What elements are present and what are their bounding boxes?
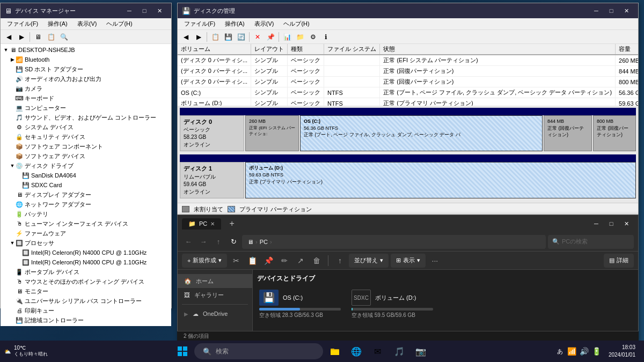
battery-taskbar-icon[interactable]: 🔋 — [592, 347, 601, 356]
tree-cpu1[interactable]: ▶ 🔲 Intel(R) Celeron(R) N4000 CPU @ 1.10… — [1, 248, 171, 257]
fe-cut[interactable]: ✂ — [229, 254, 243, 268]
table-row[interactable]: (ディスク 0 パーティシ...シンプルベーシック正常 (回復パーティション)8… — [178, 66, 638, 77]
menu-action[interactable]: 操作(A) — [43, 19, 72, 29]
tree-disk[interactable]: ▼ 💿 ディスク ドライブ — [1, 161, 171, 171]
tree-root[interactable]: ▼ 🖥 DESKTOP-NSH5EJB — [1, 45, 171, 55]
taskbar-explorer[interactable] — [325, 342, 345, 361]
fe-refresh[interactable]: ↻ — [227, 235, 240, 248]
dm-menu-file[interactable]: ファイル(F) — [180, 19, 219, 29]
forward-button[interactable]: ▶ — [16, 31, 27, 43]
fe-search[interactable]: 🔍 PCの検索 — [548, 235, 634, 249]
dm-menu-help[interactable]: ヘルプ(H) — [279, 19, 313, 29]
fe-new-tab[interactable]: + — [225, 217, 238, 230]
fe-new-button[interactable]: + 新規作成 ▾ — [182, 254, 227, 268]
disk0-part1[interactable]: 260 MB 正常 (EFI システム パーティショ: — [245, 115, 299, 151]
tree-audio[interactable]: ▶ 🔊 オーディオの入力および出力 — [1, 74, 171, 84]
fe-tab-close[interactable]: ✕ — [210, 221, 215, 227]
fe-tab-pc[interactable]: 📁 PC ✕ — [182, 218, 221, 230]
tree-network[interactable]: ▶ 🌐 ネットワーク アダプター — [1, 200, 171, 209]
sound-taskbar-icon[interactable]: 🔊 — [580, 347, 589, 356]
fe-copy[interactable]: 📋 — [245, 254, 259, 268]
fe-details-button[interactable]: ▤ 詳細 — [604, 254, 634, 268]
taskbar-mail[interactable]: ✉ — [368, 342, 387, 361]
tree-display[interactable]: ▶ 🖥 ディスプレイ アダプター — [1, 190, 171, 200]
tree-mouse[interactable]: ▶ 🖱 マウスとそのほかのポインティング デバイス — [1, 277, 171, 286]
tree-sdxc[interactable]: ▶ 💾 SDXC Card — [1, 180, 171, 190]
tree-system[interactable]: ▶ ⚙ システム デバイス — [1, 122, 171, 132]
fe-drive-d[interactable]: SDXC ボリューム (D:) 空き領域 59.5 GB/59.6 GB — [349, 287, 435, 321]
minimize-button[interactable]: ─ — [589, 3, 604, 18]
dm-btn4[interactable]: ✕ — [252, 31, 264, 43]
tree-portable[interactable]: ▶ 📱 ポータブル デバイス — [1, 267, 171, 277]
close-button[interactable]: ✕ — [619, 3, 634, 18]
taskbar-weather[interactable]: ⛅ 10℃ くもり時々晴れ — [0, 345, 54, 358]
tree-swdev[interactable]: ▶ 📦 ソフトウェア デバイス — [1, 151, 171, 161]
taskbar-search[interactable]: 🔍 検索 — [194, 343, 323, 359]
wifi-icon[interactable]: 📶 — [567, 347, 576, 356]
fe-share[interactable]: ↗ — [294, 254, 308, 268]
col-fs[interactable]: ファイル システム — [324, 44, 380, 55]
properties-button[interactable]: 📋 — [45, 31, 57, 43]
dm-btn2[interactable]: 💾 — [222, 31, 234, 43]
tree-security[interactable]: ▶ 🔒 セキュリティ デバイス — [1, 132, 171, 142]
taskbar-edge[interactable]: 🌐 — [347, 342, 366, 361]
taskbar-media[interactable]: 🎵 — [390, 342, 409, 361]
fe-sidebar-gallery[interactable]: 🖼 ギャラリー — [178, 288, 252, 302]
table-row[interactable]: (ディスク 0 パーティシ...シンプルベーシック正常 (回復パーティション)8… — [178, 77, 638, 87]
fe-maximize[interactable]: □ — [604, 216, 619, 231]
fe-paste[interactable]: 📌 — [261, 254, 275, 268]
fe-close[interactable]: ✕ — [619, 216, 634, 231]
tree-keyboard[interactable]: ▶ ⌨ キーボード — [1, 93, 171, 103]
fe-more[interactable]: ··· — [428, 254, 442, 268]
col-status[interactable]: 状態 — [380, 44, 616, 55]
dm-btn1[interactable]: 📋 — [209, 31, 221, 43]
fe-view-button[interactable]: ⊞ 表示 ▾ — [391, 254, 426, 268]
start-button[interactable] — [173, 342, 192, 361]
maximize-button[interactable]: □ — [137, 3, 152, 18]
tree-sd[interactable]: ▶ 💾 SD ホスト アダプター — [1, 64, 171, 74]
disk1-part1[interactable]: ボリューム (D:) 59.63 GB NTFS 正常 (プライマリ パーティシ… — [245, 162, 636, 198]
tree-computer[interactable]: ▶ 💻 コンピューター — [1, 103, 171, 113]
fe-sidebar-home[interactable]: 🏠 ホーム — [178, 274, 252, 288]
dm-forward[interactable]: ▶ — [193, 31, 204, 43]
back-button[interactable]: ◀ — [3, 31, 14, 43]
col-capacity[interactable]: 容量 — [616, 44, 638, 55]
tree-hid[interactable]: ▶ 🖱 ヒューマン インターフェイス デバイス — [1, 219, 171, 228]
dm-btn9[interactable]: ℹ — [320, 31, 332, 43]
disk0-part4[interactable]: 800 MB 正常 (回復パーティション) — [593, 115, 636, 151]
tree-battery[interactable]: ▶ 🔋 バッテリ — [1, 209, 171, 219]
tree-cpu2[interactable]: ▶ 🔲 Intel(R) Celeron(R) N4000 CPU @ 1.10… — [1, 257, 171, 267]
dm-btn5[interactable]: 📌 — [265, 31, 276, 43]
taskbar-camera2[interactable]: 📷 — [411, 342, 430, 361]
tree-firmware[interactable]: ▶ ⚡ ファームウェア — [1, 228, 171, 238]
fe-drive-c[interactable]: 💾 OS (C:) 空き領域 28.3 GB/56.3 GB — [257, 287, 343, 321]
dm-btn8[interactable]: ⚙ — [307, 31, 319, 43]
computer-icon[interactable]: 🖥 — [32, 31, 44, 43]
fe-minimize[interactable]: ─ — [589, 216, 604, 231]
dm-btn3[interactable]: 🔄 — [235, 31, 247, 43]
tree-monitor[interactable]: ▶ 🖥 モニター — [1, 286, 171, 296]
dm-back[interactable]: ◀ — [180, 31, 192, 43]
tree-storage[interactable]: ▶ 💾 記憶域コントローラー — [1, 315, 171, 325]
col-type[interactable]: 種類 — [288, 44, 324, 55]
menu-view[interactable]: 表示(V) — [73, 19, 101, 29]
disk0-part3[interactable]: 844 MB 正常 (回復パーティション) — [544, 115, 592, 151]
disk0-part2[interactable]: OS (C:) 56.36 GB NTFS 正常 (ブート, ページ ファイル,… — [300, 115, 543, 151]
dm-btn6[interactable]: 📊 — [281, 31, 293, 43]
col-layout[interactable]: レイアウト — [251, 44, 288, 55]
table-row[interactable]: ボリューム (D:)シンプルベーシックNTFS正常 (プライマリ パーティション… — [178, 98, 638, 106]
fe-forward[interactable]: → — [197, 235, 210, 248]
tree-camera[interactable]: ▶ 📷 カメラ — [1, 84, 171, 93]
close-button[interactable]: ✕ — [152, 3, 167, 18]
minimize-button[interactable]: ─ — [122, 3, 137, 18]
fe-sidebar-onedrive[interactable]: ▶ ☁ OneDrive — [178, 307, 252, 321]
tree-print[interactable]: ▶ 🖨 印刷キュー — [1, 306, 171, 315]
dm-btn7[interactable]: 📁 — [294, 31, 306, 43]
tree-cpu[interactable]: ▼ 🔲 プロセッサ — [1, 238, 171, 248]
dm-menu-view[interactable]: 表示(V) — [250, 19, 279, 29]
fe-sort-button[interactable]: 並び替え ▾ — [349, 254, 389, 268]
fe-back[interactable]: ← — [182, 235, 195, 248]
table-row[interactable]: (ディスク 0 パーティシ...シンプルベーシック正常 (EFI システム パー… — [178, 55, 638, 66]
menu-help[interactable]: ヘルプ(H) — [102, 19, 136, 29]
fe-sortup[interactable]: ↑ — [333, 254, 347, 268]
